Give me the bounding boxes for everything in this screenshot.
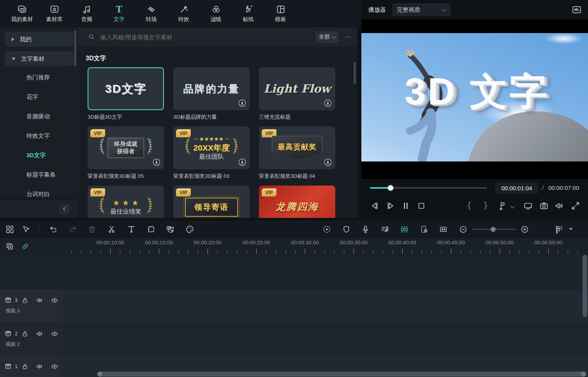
monitor-waveform-icon[interactable] xyxy=(572,5,582,15)
track-manager-caret-icon[interactable] xyxy=(569,228,573,230)
beat-detection-button[interactable] xyxy=(380,225,389,234)
timeline-horizontal-scrollbar[interactable] xyxy=(97,372,586,377)
filter-dropdown[interactable]: 全部 xyxy=(316,31,338,43)
next-frame-button[interactable] xyxy=(386,201,396,211)
sidebar-item-2[interactable]: 花字 xyxy=(0,87,78,107)
sidebar-collapse-button[interactable] xyxy=(59,204,69,214)
timeline-zoom-slider[interactable] xyxy=(472,229,516,230)
search-input[interactable] xyxy=(100,33,316,41)
ruler-timestamp: 00:00:55:00 xyxy=(534,240,562,245)
nav-item-library[interactable]: 素材库 xyxy=(38,4,70,23)
download-icon[interactable] xyxy=(324,99,332,107)
more-options-icon[interactable] xyxy=(345,33,352,40)
select-tool-button[interactable] xyxy=(21,225,30,234)
nav-item-stickers[interactable]: 贴纸 xyxy=(232,4,264,23)
track-name: 视频 2 xyxy=(5,341,20,348)
hide-track-icon[interactable] xyxy=(51,296,58,304)
screen-record-button[interactable] xyxy=(420,225,429,234)
nav-item-filters[interactable]: 滤镜 xyxy=(200,4,232,23)
marker-flag-button[interactable] xyxy=(342,225,351,234)
card-thumbnail: Light Flow xyxy=(259,67,335,110)
video-preview[interactable]: 3D 文字 xyxy=(361,19,588,179)
sidebar-item-4[interactable]: 特效文字 xyxy=(0,126,78,146)
mute-track-icon[interactable] xyxy=(36,330,44,338)
zoom-out-button[interactable] xyxy=(459,225,468,234)
sidebar-item-3[interactable]: 音频驱动 xyxy=(0,107,78,126)
nav-item-audio[interactable]: 音频 xyxy=(70,4,103,23)
fullscreen-button[interactable] xyxy=(570,201,581,211)
speech-to-text-button[interactable] xyxy=(166,225,175,234)
delete-button[interactable] xyxy=(88,225,97,234)
record-voiceover-button[interactable] xyxy=(361,225,370,234)
marker-button[interactable] xyxy=(497,201,507,211)
text-template-card-5[interactable]: VIP ─ ★★★★★ ─20XX年度最佳团队 荣誉表彰颁奖3D标题 03 xyxy=(173,126,250,180)
download-icon[interactable] xyxy=(238,99,246,107)
nav-item-text[interactable]: T 文字 xyxy=(103,4,135,23)
library-scrollbar[interactable] xyxy=(354,62,356,84)
sidebar-item-5[interactable]: 3D文字 xyxy=(0,146,78,165)
track-manager-button[interactable] xyxy=(555,225,563,234)
lock-track-icon[interactable] xyxy=(21,296,29,304)
mute-track-icon[interactable] xyxy=(36,363,44,370)
progress-thumb[interactable] xyxy=(388,185,393,191)
nav-item-transitions[interactable]: 转场 xyxy=(135,4,167,23)
chevron-down-icon[interactable] xyxy=(510,204,514,208)
sidebar-item-1[interactable]: 热门推荐 xyxy=(0,68,78,87)
text-template-card-7[interactable]: VIP ★ ★ ★最佳业绩奖 xyxy=(88,186,164,218)
nav-item-templates[interactable]: 模板 xyxy=(264,4,297,23)
text-template-card-9[interactable]: VIP 龙腾四海 xyxy=(259,186,335,218)
progress-bar[interactable] xyxy=(370,187,487,189)
timeline-ruler[interactable]: 00:00:10:0000:00:15:0000:00:20:0000:00:2… xyxy=(0,238,588,255)
sidebar-scrollbar[interactable] xyxy=(74,30,76,66)
quality-select[interactable]: 完整画质 xyxy=(392,3,451,16)
ruler-tick xyxy=(266,251,266,254)
lock-track-icon[interactable] xyxy=(21,363,29,370)
ruler-tick xyxy=(470,251,471,254)
previous-frame-button[interactable] xyxy=(370,201,380,211)
nav-item-effects[interactable]: 特效 xyxy=(167,4,200,23)
mark-out-button[interactable]: } xyxy=(482,200,489,210)
nav-item-my-materials[interactable]: 我的素材 xyxy=(6,4,38,23)
text-template-card-8[interactable]: VIP 领导寄语 xyxy=(173,186,250,218)
add-track-icon[interactable] xyxy=(5,242,14,251)
track-lane[interactable] xyxy=(62,323,588,355)
undo-button[interactable] xyxy=(49,225,58,234)
quick-split-mode-button[interactable] xyxy=(400,225,409,234)
text-template-card-6[interactable]: VIP 最高贡献奖 荣誉表彰颁奖3D标题 04 xyxy=(259,126,335,180)
pause-button[interactable] xyxy=(401,201,411,211)
snapshot-button[interactable] xyxy=(539,201,549,211)
link-clips-icon[interactable] xyxy=(21,242,29,250)
text-template-card-3[interactable]: Light Flow 三维光流标题 xyxy=(259,67,335,121)
redo-button[interactable] xyxy=(68,225,77,234)
render-preview-button[interactable] xyxy=(322,225,331,234)
auto-ripple-button[interactable] xyxy=(439,225,448,234)
hide-track-icon[interactable] xyxy=(51,363,58,370)
split-cut-button[interactable] xyxy=(107,225,116,234)
crop-button[interactable] xyxy=(147,225,156,234)
lock-track-icon[interactable] xyxy=(21,330,29,338)
mute-track-icon[interactable] xyxy=(36,296,44,304)
sidebar-group-mine[interactable]: 我的 xyxy=(5,32,73,47)
thumb-text-line: 最佳业绩奖 xyxy=(110,208,141,216)
track-lane[interactable] xyxy=(62,289,588,322)
mirror-display-button[interactable] xyxy=(523,201,533,211)
text-template-card-1[interactable]: 3D文字 3D标题3D文字 xyxy=(88,67,164,121)
download-icon[interactable] xyxy=(238,158,246,167)
add-text-button[interactable] xyxy=(127,225,136,234)
download-icon[interactable] xyxy=(324,158,332,167)
text-template-card-2[interactable]: 品牌的力量 3D标题品牌的力量 xyxy=(173,67,250,121)
zoom-slider-thumb[interactable] xyxy=(491,227,496,232)
text-template-card-4[interactable]: VIP 终身成就获得者 荣誉表彰颁奖3D标题 05 xyxy=(88,126,164,180)
media-layout-button[interactable] xyxy=(5,225,14,234)
timeline-vertical-scrollbar[interactable] xyxy=(583,255,587,317)
sidebar-group-text-materials[interactable]: 文字素材 xyxy=(5,51,73,66)
mark-in-button[interactable]: { xyxy=(466,200,472,210)
zoom-in-button[interactable] xyxy=(520,225,529,234)
color-palette-button[interactable] xyxy=(185,225,194,234)
sidebar-item-6[interactable]: 标题字幕条 xyxy=(0,165,78,184)
track-clip-icon xyxy=(5,296,12,304)
download-icon[interactable] xyxy=(152,158,161,167)
hide-track-icon[interactable] xyxy=(51,330,58,338)
stop-button[interactable] xyxy=(416,201,426,211)
volume-button[interactable] xyxy=(555,201,565,211)
